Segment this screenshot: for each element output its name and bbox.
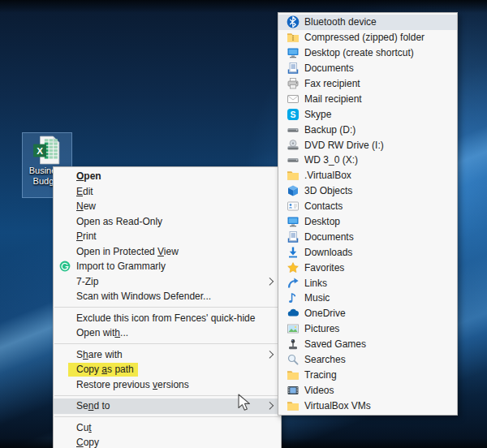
send-to-item-tracing[interactable]: Tracing <box>278 367 457 382</box>
context-menu-item-open-in-protected-view[interactable]: Open in Protected View <box>54 244 281 260</box>
menu-item-label: Desktop (create shortcut) <box>304 47 414 58</box>
menu-item-label: Fax recipient <box>304 78 360 89</box>
documents-icon <box>287 230 300 243</box>
bluetooth-icon <box>287 15 300 28</box>
menu-item-label: Mail recipient <box>304 93 362 105</box>
send-to-item-virtualbox-vms[interactable]: VirtualBox VMs <box>278 398 457 413</box>
menu-item-label: Compressed (zipped) folder <box>304 32 425 43</box>
monitor-icon <box>287 215 300 228</box>
send-to-item-virtualbox[interactable]: .VirtualBox <box>278 168 457 183</box>
menu-item-label: Links <box>304 278 327 289</box>
menu-item-label: Scan with Windows Defender... <box>76 291 211 302</box>
send-to-item-documents[interactable]: Documents <box>278 229 457 244</box>
send-to-item-desktop-create-shortcut[interactable]: Desktop (create shortcut) <box>278 45 457 61</box>
send-to-item-3d-objects[interactable]: 3D Objects <box>278 183 457 199</box>
menu-separator <box>54 416 280 417</box>
send-to-item-favorites[interactable]: Favorites <box>278 260 457 275</box>
send-to-item-downloads[interactable]: Downloads <box>278 244 457 260</box>
dvd-drive-icon <box>287 139 300 152</box>
link-icon <box>287 277 300 290</box>
context-menu-item-copy[interactable]: Copy <box>54 435 281 448</box>
menu-item-label: .VirtualBox <box>304 170 351 181</box>
menu-item-label: Contacts <box>304 200 343 212</box>
send-to-item-documents[interactable]: Documents <box>278 61 457 76</box>
menu-item-label: DVD RW Drive (I:) <box>304 140 384 151</box>
send-to-item-wd-3-0-x[interactable]: WD 3_0 (X:) <box>278 153 457 168</box>
send-to-submenu: Bluetooth deviceCompressed (zipped) fold… <box>278 12 458 416</box>
documents-icon <box>287 62 300 75</box>
context-menu-item-import-to-grammarly[interactable]: Import to Grammarly <box>54 259 281 274</box>
context-menu-item-restore-previous-versions[interactable]: Restore previous versions <box>54 377 281 393</box>
send-to-item-contacts[interactable]: Contacts <box>278 199 457 214</box>
search-icon <box>287 353 300 366</box>
context-menu-item-copy-as-path[interactable]: Copy as path <box>54 362 281 377</box>
send-to-item-desktop[interactable]: Desktop <box>278 214 457 230</box>
contacts-icon <box>287 200 300 213</box>
send-to-item-onedrive[interactable]: OneDrive <box>278 306 457 321</box>
menu-item-label: Downloads <box>304 247 352 258</box>
menu-separator <box>54 307 280 308</box>
send-to-item-compressed-zipped-folder[interactable]: Compressed (zipped) folder <box>278 30 457 45</box>
menu-item-label: New <box>76 200 96 212</box>
send-to-item-pictures[interactable]: Pictures <box>278 321 457 337</box>
send-to-item-saved-games[interactable]: Saved Games <box>278 337 457 352</box>
folder-icon <box>287 169 300 182</box>
context-menu-item-cut[interactable]: Cut <box>54 420 281 436</box>
menu-item-label: Skype <box>304 109 331 120</box>
send-to-item-searches[interactable]: Searches <box>278 352 457 368</box>
context-menu-item-scan-with-windows-defender[interactable]: Scan with Windows Defender... <box>54 289 281 304</box>
send-to-item-skype[interactable]: SSkype <box>278 106 457 122</box>
onedrive-icon <box>287 307 300 320</box>
menu-item-label: 3D Objects <box>304 185 352 196</box>
send-to-item-music[interactable]: Music <box>278 291 457 306</box>
context-menu-item-print[interactable]: Print <box>54 229 281 244</box>
grammarly-icon <box>59 261 71 272</box>
send-to-item-links[interactable]: Links <box>278 275 457 291</box>
context-menu-item-open-with[interactable]: Open with... <box>54 325 281 341</box>
mouse-cursor <box>238 394 252 413</box>
zip-folder-icon <box>287 31 300 44</box>
monitor-icon <box>287 46 300 59</box>
menu-item-label: OneDrive <box>304 308 346 319</box>
download-icon <box>287 246 300 259</box>
context-menu-item-open-as-read-only[interactable]: Open as Read-Only <box>54 214 281 230</box>
menu-item-label: Open as Read-Only <box>76 216 162 227</box>
menu-item-label: Print <box>76 230 97 242</box>
skype-icon: S <box>287 108 300 121</box>
fax-icon <box>287 77 300 90</box>
menu-item-label: VirtualBox VMs <box>304 400 371 411</box>
drive-icon <box>287 123 300 136</box>
menu-item-label: Videos <box>304 385 334 396</box>
menu-item-label: Pictures <box>304 323 339 334</box>
menu-separator <box>54 343 280 344</box>
context-menu-item-7-zip[interactable]: 7-Zip <box>54 274 281 290</box>
send-to-item-videos[interactable]: Videos <box>278 382 457 398</box>
send-to-item-bluetooth-device[interactable]: Bluetooth device <box>278 15 457 30</box>
svg-text:S: S <box>290 110 295 119</box>
menu-item-label: Desktop <box>304 216 340 227</box>
context-menu-item-exclude-this-icon-from-fences-quick-hide[interactable]: Exclude this icon from Fences' quick-hid… <box>54 311 281 326</box>
menu-item-label: Send to <box>76 400 110 411</box>
menu-item-label: Copy as path <box>68 363 138 377</box>
submenu-arrow-icon <box>265 278 273 285</box>
send-to-item-fax-recipient[interactable]: Fax recipient <box>278 76 457 92</box>
menu-item-label: Favorites <box>304 262 344 274</box>
send-to-item-mail-recipient[interactable]: Mail recipient <box>278 91 457 106</box>
excel-file-icon: X <box>32 135 62 166</box>
pictures-icon <box>287 322 300 335</box>
context-menu-item-share-with[interactable]: Share with <box>54 347 281 363</box>
context-menu-item-open[interactable]: Open <box>54 169 281 184</box>
menu-item-label: Tracing <box>304 369 337 381</box>
context-menu-item-edit[interactable]: Edit <box>54 184 281 200</box>
submenu-arrow-icon <box>265 402 273 409</box>
menu-item-label: Import to Grammarly <box>76 261 166 272</box>
context-menu-item-new[interactable]: New <box>54 199 281 214</box>
menu-item-label: Backup (D:) <box>304 124 356 136</box>
send-to-item-backup-d[interactable]: Backup (D:) <box>278 122 457 137</box>
music-icon <box>287 291 300 304</box>
menu-item-label: 7-Zip <box>76 276 98 287</box>
videos-icon <box>287 384 300 397</box>
send-to-item-dvd-rw-drive-i[interactable]: DVD RW Drive (I:) <box>278 137 457 153</box>
menu-item-label: Open in Protected View <box>76 246 179 257</box>
menu-item-label: Cut <box>76 422 92 433</box>
